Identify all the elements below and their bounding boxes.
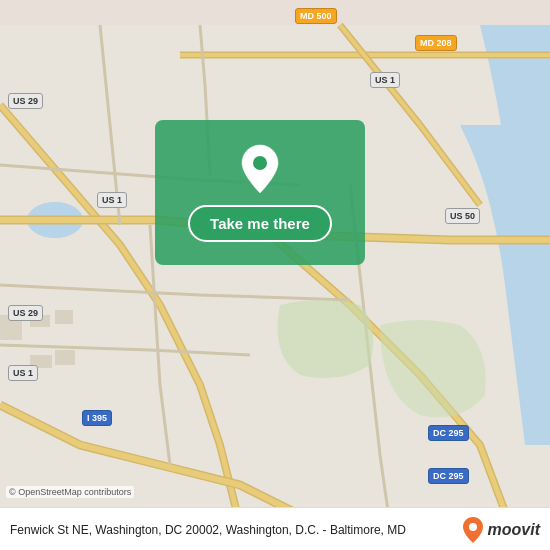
- badge-us50: US 50: [445, 208, 480, 224]
- badge-us1-top: US 1: [370, 72, 400, 88]
- badge-i395: I 395: [82, 410, 112, 426]
- svg-rect-5: [55, 350, 75, 365]
- attribution-text: © OpenStreetMap contributors: [9, 487, 131, 497]
- bottom-bar: Fenwick St NE, Washington, DC 20002, Was…: [0, 507, 550, 550]
- badge-dc295-lower: DC 295: [428, 468, 469, 484]
- moovit-pin-icon: [462, 516, 484, 544]
- address-text: Fenwick St NE, Washington, DC 20002, Was…: [10, 522, 454, 539]
- location-overlay: Take me there: [155, 120, 365, 265]
- osm-attribution: © OpenStreetMap contributors: [6, 486, 134, 498]
- svg-point-8: [469, 523, 477, 531]
- moovit-brand-text: moovit: [488, 521, 540, 539]
- map-container: MD 500 MD 208 US 1 US 29 US 1 US 50 US 2…: [0, 0, 550, 550]
- badge-us29-lower: US 29: [8, 305, 43, 321]
- badge-md500: MD 500: [295, 8, 337, 24]
- badge-dc295: DC 295: [428, 425, 469, 441]
- svg-point-7: [253, 156, 267, 170]
- badge-us1-lower: US 1: [8, 365, 38, 381]
- badge-us1-mid: US 1: [97, 192, 127, 208]
- badge-us29-left: US 29: [8, 93, 43, 109]
- svg-rect-3: [55, 310, 73, 324]
- take-me-there-button[interactable]: Take me there: [188, 205, 332, 242]
- location-pin-icon: [238, 143, 282, 195]
- badge-md208: MD 208: [415, 35, 457, 51]
- moovit-logo: moovit: [462, 516, 540, 544]
